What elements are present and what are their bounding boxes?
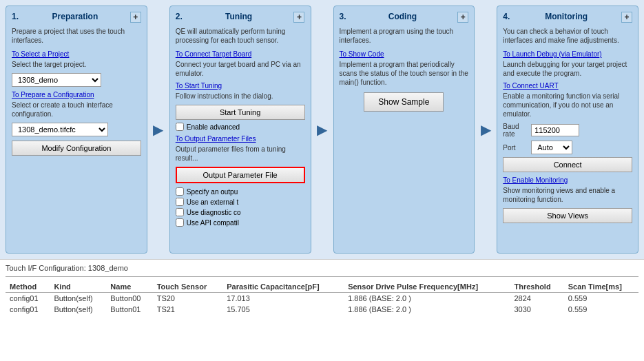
- data-table: Method Kind Name Touch Sensor Parasitic …: [6, 281, 638, 315]
- connect-uart-link[interactable]: To Connect UART: [503, 82, 632, 90]
- connect-uart-desc: Enable a monitoring function via serial …: [503, 92, 632, 118]
- arrow-1-2: ▶: [152, 121, 165, 138]
- enable-advanced-label: Enable advanced: [187, 123, 240, 131]
- table-header-row: Method Kind Name Touch Sensor Parasitic …: [6, 281, 638, 293]
- th-threshold: Threshold: [510, 281, 563, 293]
- select-project-link[interactable]: To Select a Project: [12, 50, 141, 58]
- baud-rate-row: Baud rate: [503, 123, 632, 138]
- th-kind: Kind: [50, 281, 106, 293]
- step2-desc: QE will automatically perform tuning pro…: [176, 27, 305, 45]
- baud-rate-label: Baud rate: [503, 123, 527, 138]
- step2-number: 2.: [176, 12, 183, 21]
- step1-title: 1. Preparation +: [12, 12, 141, 23]
- table-body: config01 Button(self) Button00 TS20 17.0…: [6, 293, 638, 316]
- port-label: Port: [503, 144, 527, 152]
- td-ts-0: TS20: [153, 293, 223, 305]
- enable-monitoring-desc: Show monitoring views and enable a monit…: [503, 186, 632, 204]
- prepare-config-desc: Select or create a touch interface confi…: [12, 101, 141, 118]
- show-views-btn[interactable]: Show Views: [503, 208, 632, 223]
- step3-number: 3.: [340, 12, 346, 21]
- enable-advanced-checkbox[interactable]: [176, 123, 184, 131]
- step4-title: 4. Monitoring +: [503, 12, 632, 23]
- port-select[interactable]: Auto: [531, 141, 572, 154]
- modify-config-btn[interactable]: Modify Configuration: [12, 141, 141, 156]
- config-label: Touch I/F Configuration: 1308_demo: [6, 264, 638, 272]
- td-method-0: config01: [6, 293, 50, 305]
- step2-panel: 2. Tuning + QE will automatically perfor…: [169, 6, 311, 254]
- checkbox-api-label: Use API compatil: [187, 219, 239, 227]
- prepare-config-link[interactable]: To Prepare a Configuration: [12, 91, 141, 99]
- td-threshold-0: 2824: [510, 293, 563, 305]
- checkbox-row-1: Use an external t: [176, 198, 305, 206]
- checkbox-row-0: Specify an outpu: [176, 187, 305, 196]
- show-code-link[interactable]: To Show Code: [340, 50, 469, 58]
- start-tuning-btn[interactable]: Start Tuning: [176, 105, 305, 120]
- table-head: Method Kind Name Touch Sensor Parasitic …: [6, 281, 638, 293]
- checkbox-row-3: Use API compatil: [176, 218, 305, 227]
- step3-title-label: Coding: [388, 12, 417, 21]
- checkbox-diagnostic-label: Use diagnostic co: [187, 209, 241, 216]
- project-dropdown-row: 1308_demo: [12, 73, 141, 87]
- baud-rate-input[interactable]: [531, 124, 579, 136]
- checkbox-api[interactable]: [176, 218, 184, 227]
- th-name: Name: [106, 281, 152, 293]
- th-frequency: Sensor Drive Pulse Frequency[MHz]: [344, 281, 510, 293]
- td-freq-1: 1.886 (BASE: 2.0 ): [344, 304, 510, 315]
- td-parasitic-0: 17.013: [222, 293, 344, 305]
- step1-title-text: 1.: [12, 12, 19, 21]
- checkbox-specify[interactable]: [176, 187, 184, 196]
- step1-desc: Prepare a project that uses the touch in…: [12, 27, 141, 45]
- step3-add-btn[interactable]: +: [457, 12, 468, 23]
- output-param-desc: Output parameter files from a tuning res…: [176, 145, 305, 163]
- step2-add-btn[interactable]: +: [293, 12, 304, 23]
- step1-add-btn[interactable]: +: [130, 12, 141, 23]
- config-select[interactable]: 1308_demo.tifcfc: [12, 123, 108, 136]
- main-container: 1. Preparation + Prepare a project that …: [0, 0, 644, 361]
- enable-monitoring-link[interactable]: To Enable Monitoring: [503, 176, 632, 184]
- steps-container: 1. Preparation + Prepare a project that …: [0, 0, 644, 259]
- td-method-1: config01: [6, 304, 50, 315]
- td-name-0: Button00: [106, 293, 152, 305]
- start-tuning-desc: Follow instructions in the dialog.: [176, 92, 305, 101]
- step1-title-label: Preparation: [52, 12, 98, 21]
- arrow-3-4: ▶: [479, 121, 492, 138]
- connect-target-link[interactable]: To Connect Target Board: [176, 50, 305, 58]
- checkbox-specify-label: Specify an outpu: [187, 188, 238, 196]
- checkbox-external-label: Use an external t: [187, 198, 239, 206]
- project-select[interactable]: 1308_demo: [12, 73, 101, 87]
- show-sample-btn[interactable]: Show Sample: [364, 92, 444, 112]
- table-divider: [6, 276, 638, 277]
- launch-debug-link[interactable]: To Launch Debug (via Emulator): [503, 50, 632, 58]
- step3-desc: Implement a program using the touch inte…: [340, 27, 469, 45]
- step4-add-btn[interactable]: +: [621, 12, 632, 23]
- output-param-btn[interactable]: Output Parameter File: [176, 167, 305, 183]
- show-code-desc: Implement a program that periodically sc…: [340, 60, 469, 87]
- connect-target-desc: Connect your target board and PC via an …: [176, 60, 305, 78]
- step4-number: 4.: [503, 12, 510, 21]
- step3-panel: 3. Coding + Implement a program using th…: [333, 6, 475, 254]
- step1-panel: 1. Preparation + Prepare a project that …: [6, 6, 147, 254]
- config-dropdown-row: 1308_demo.tifcfc: [12, 123, 141, 136]
- start-tuning-link[interactable]: To Start Tuning: [176, 82, 305, 90]
- arrow-2-3: ▶: [315, 121, 329, 138]
- step3-title: 3. Coding +: [340, 12, 469, 23]
- step4-desc: You can check a behavior of touch interf…: [503, 27, 632, 45]
- th-scan-time: Scan Time[ms]: [564, 281, 638, 293]
- th-method: Method: [6, 281, 50, 293]
- th-parasitic: Parasitic Capacitance[pF]: [222, 281, 344, 293]
- select-project-desc: Select the target project.: [12, 60, 141, 69]
- bottom-section: Touch I/F Configuration: 1308_demo Metho…: [0, 259, 644, 361]
- output-param-link[interactable]: To Output Parameter Files: [176, 135, 305, 143]
- td-scan-1: 0.559: [564, 304, 638, 315]
- port-row: Port Auto: [503, 141, 632, 154]
- checkbox-external[interactable]: [176, 198, 184, 206]
- td-scan-0: 0.559: [564, 293, 638, 305]
- checkbox-row-2: Use diagnostic co: [176, 208, 305, 216]
- step4-panel: 4. Monitoring + You can check a behavior…: [497, 6, 638, 254]
- td-kind-1: Button(self): [50, 304, 106, 315]
- checkbox-diagnostic[interactable]: [176, 208, 184, 216]
- table-row: config01 Button(self) Button01 TS21 15.7…: [6, 304, 638, 315]
- connect-btn[interactable]: Connect: [503, 157, 632, 172]
- table-row: config01 Button(self) Button00 TS20 17.0…: [6, 293, 638, 305]
- step2-title: 2. Tuning +: [176, 12, 305, 23]
